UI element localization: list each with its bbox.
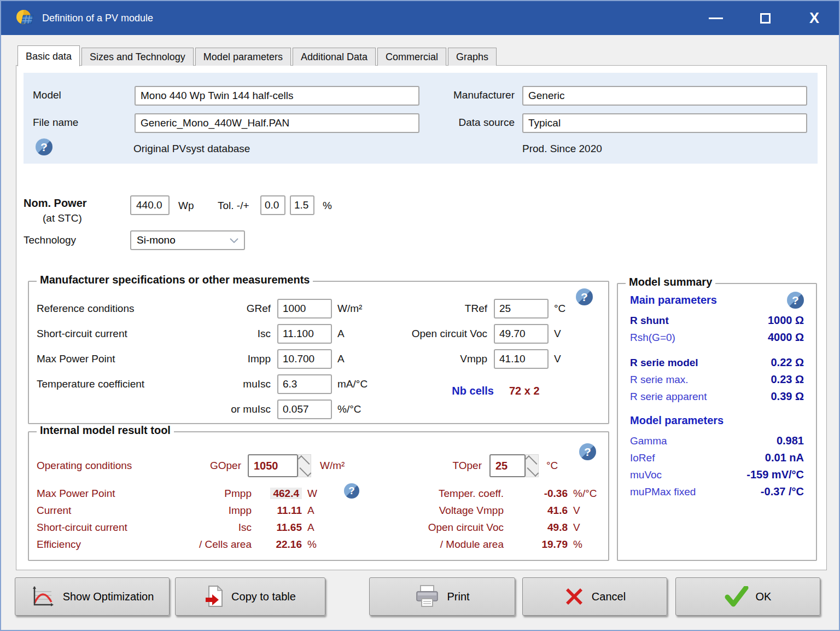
- tolerance-minus-input[interactable]: 0.0: [260, 195, 285, 215]
- tab-bar: Basic data Sizes and Technology Model pa…: [18, 45, 498, 66]
- vmpp-result-value: 41.6: [510, 505, 568, 517]
- data-source-label: Data source: [445, 117, 515, 129]
- nb-cells-label: Nb cells: [335, 385, 494, 397]
- tref-input[interactable]: 25: [494, 299, 549, 319]
- close-icon: X: [809, 10, 819, 27]
- spin-down-icon[interactable]: [299, 466, 311, 477]
- nom-power-sub-label: (at STC): [43, 212, 82, 224]
- summary-value: 0.39 Ω: [771, 390, 804, 403]
- goper-param: GOper: [173, 460, 248, 472]
- main-parameters-heading: Main parameters: [630, 294, 804, 312]
- spec-row-label: TRef: [335, 303, 494, 315]
- ok-check-icon: [725, 586, 749, 607]
- pmpp-value: 462.4: [270, 488, 302, 499]
- isc-input[interactable]: 11.100: [277, 324, 332, 344]
- summary-row: IoRef 0.01 nA: [630, 449, 804, 466]
- spec-row-label: Max Power Point: [37, 353, 192, 365]
- muisc-input[interactable]: 6.3: [277, 374, 332, 394]
- technology-value: Si-mono: [137, 234, 176, 246]
- help-icon[interactable]: ?: [36, 138, 52, 155]
- tolerance-plus-input[interactable]: 1.5: [290, 195, 314, 215]
- toper-spinner[interactable]: [526, 454, 539, 477]
- goper-input[interactable]: 1050: [248, 454, 298, 477]
- spec-row-param: or muIsc: [192, 403, 277, 415]
- model-label: Model: [33, 89, 61, 101]
- show-optimization-button[interactable]: Show Optimization: [15, 577, 170, 616]
- vmpp-input[interactable]: 41.10: [494, 349, 549, 369]
- help-icon[interactable]: ?: [787, 292, 804, 309]
- summary-row: R serie apparent 0.39 Ω: [630, 388, 804, 405]
- window-title: Definition of a PV module: [42, 13, 153, 24]
- goper-spinner[interactable]: [298, 454, 311, 477]
- impp-input[interactable]: 10.700: [277, 349, 332, 369]
- minimize-button[interactable]: [691, 1, 740, 35]
- tab-sizes-technology[interactable]: Sizes and Technology: [81, 48, 194, 66]
- basic-data-page: Model Mono 440 Wp Twin 144 half-cells Ma…: [16, 65, 827, 570]
- result-label: Efficiency: [37, 539, 173, 551]
- summary-row: Gamma 0.981: [630, 432, 804, 449]
- spec-row-label: Vmpp: [335, 353, 494, 365]
- goper-unit: W/m²: [320, 460, 345, 472]
- pvsyst-app-icon: [15, 9, 34, 27]
- result-param: / Cells area: [173, 539, 258, 551]
- summary-value: 0.981: [777, 435, 804, 447]
- summary-value: 0.01 nA: [765, 451, 804, 464]
- spec-row-unit: °C: [549, 303, 587, 315]
- efficiency-module-value: 19.79: [510, 539, 568, 551]
- summary-label: IoRef: [630, 452, 655, 464]
- copy-document-icon: [205, 584, 224, 609]
- toper-input[interactable]: 25: [489, 454, 526, 477]
- help-icon[interactable]: ?: [344, 483, 359, 499]
- spin-down-icon[interactable]: [526, 466, 538, 477]
- temper-coeff-value: -0.36: [510, 488, 568, 500]
- summary-value: 1000 Ω: [768, 314, 804, 327]
- result-unit: A: [302, 522, 331, 534]
- muisc-pct-input[interactable]: 0.057: [277, 400, 332, 419]
- nom-power-label: Nom. Power: [24, 197, 87, 210]
- gref-input[interactable]: 1000: [277, 299, 332, 319]
- technology-label: Technology: [24, 234, 76, 246]
- print-button[interactable]: Print: [369, 577, 515, 616]
- printer-icon: [415, 584, 440, 609]
- tab-commercial[interactable]: Commercial: [377, 48, 446, 66]
- nb-cells-row: Nb cells 72 x 2: [335, 385, 540, 397]
- maximize-button[interactable]: [740, 1, 790, 35]
- summary-row: R shunt 1000 Ω: [630, 312, 804, 329]
- summary-label: Rsh(G=0): [630, 332, 675, 344]
- tab-graphs[interactable]: Graphs: [448, 48, 497, 66]
- spin-up-icon[interactable]: [526, 455, 538, 466]
- voc-result-value: 49.8: [510, 522, 568, 534]
- result-unit: A: [302, 505, 331, 517]
- result-param: Pmpp: [173, 488, 258, 500]
- operating-conditions-label: Operating conditions: [37, 460, 173, 472]
- file-name-input[interactable]: Generic_Mono_440W_Half.PAN: [135, 113, 419, 133]
- data-source-input[interactable]: Typical: [522, 113, 807, 133]
- result-label: Voltage Vmpp: [368, 505, 510, 517]
- production-note: Prod. Since 2020: [522, 143, 602, 155]
- tab-model-parameters[interactable]: Model parameters: [195, 48, 291, 66]
- voc-input[interactable]: 49.70: [494, 324, 549, 344]
- copy-to-table-button[interactable]: Copy to table: [175, 577, 325, 616]
- spec-row-unit: V: [549, 353, 587, 365]
- spin-up-icon[interactable]: [299, 455, 311, 466]
- nom-power-input[interactable]: 440.0: [130, 195, 170, 215]
- manufacturer-input[interactable]: Generic: [522, 86, 807, 106]
- tab-additional-data[interactable]: Additional Data: [293, 48, 376, 66]
- model-input[interactable]: Mono 440 Wp Twin 144 half-cells: [135, 86, 419, 106]
- model-summary-title: Model summary: [626, 276, 715, 288]
- cancel-button[interactable]: Cancel: [522, 577, 667, 616]
- ok-button[interactable]: OK: [675, 577, 820, 616]
- cancel-x-icon: [564, 586, 585, 607]
- tolerance-label: Tol. -/+: [218, 200, 249, 212]
- result-unit: %: [302, 539, 331, 551]
- summary-value: -159 mV/°C: [746, 468, 804, 481]
- technology-select[interactable]: Si-mono: [130, 230, 245, 250]
- tab-basic-data[interactable]: Basic data: [18, 45, 80, 66]
- result-label: Max Power Point: [37, 488, 173, 500]
- close-button[interactable]: X: [790, 1, 839, 35]
- help-icon[interactable]: ?: [579, 443, 596, 460]
- summary-label: R shunt: [630, 315, 669, 327]
- print-label: Print: [447, 591, 469, 603]
- manufacturer-specs-title: Manufacturer specifications or other mea…: [37, 274, 313, 286]
- spec-row-unit: V: [549, 328, 587, 340]
